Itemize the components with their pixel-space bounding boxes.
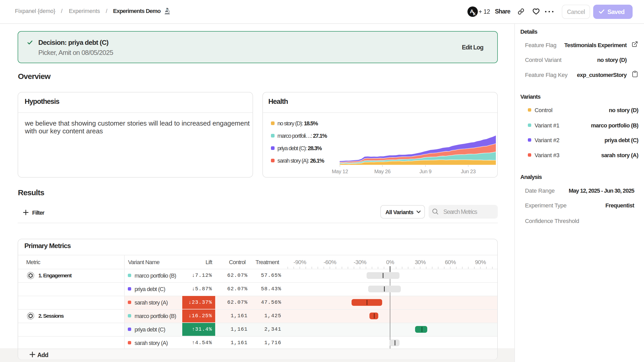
svg-text:k: k bbox=[473, 11, 476, 16]
